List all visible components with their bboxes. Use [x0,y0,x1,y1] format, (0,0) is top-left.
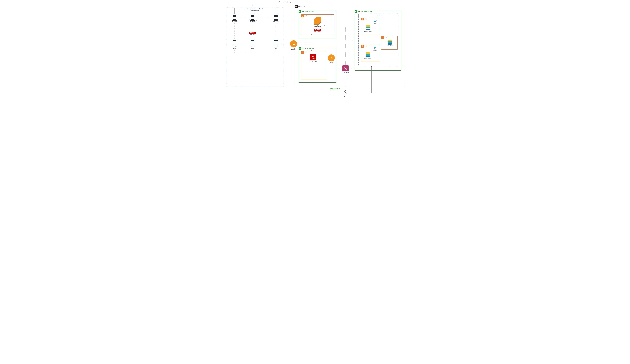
elasticsearch-icon [365,52,370,58]
svg-point-3 [346,68,346,69]
zabbix-logo: ZABBIX [250,32,256,34]
zabbix-logo: ZABBIX [314,29,321,31]
server-icon [274,14,278,21]
vpc-icon [355,10,358,13]
ec2-icon [301,51,304,54]
onprem-title: On-premises Private Cloud with services [227,8,283,11]
ec2-stack-icon [314,17,321,24]
ec2-icon [361,18,364,20]
svg-rect-1 [302,15,303,16]
ec2-icon [361,45,364,48]
svg-rect-2 [302,52,303,53]
hypervisor-4: Hypervisor Server [230,39,240,49]
lambda-node: λ Lambda [327,54,336,63]
server-icon [232,14,237,21]
hypervisor-6: Hypervisor Server [271,39,281,49]
svg-rect-6 [362,46,363,46]
kibana-node: Kibana [372,46,379,51]
elasticsearch-icon [387,39,392,45]
zabbix-server-node: 〰ZABBIX Zabbix Server [308,54,319,62]
es-node-3: Elastic Search [363,52,373,59]
server-icon [250,39,255,46]
fluentd-icon [374,20,377,22]
onprem-zabbix-agent: ZABBIX Zabbix Agent [248,32,258,35]
ec2-icon [301,14,304,17]
user-node: User [343,90,348,97]
vpc-icon [298,10,302,13]
user-icon [343,90,348,96]
svg-rect-0 [293,44,294,45]
fluentd-node: fluentd [372,20,379,24]
svg-rect-5 [382,37,383,38]
hypervisor-5: Hypervisor Server [248,39,258,49]
es-node-1: Elastic Search [363,25,373,32]
cloudwatch-icon [342,65,348,71]
aws-badge-icon: aws [295,5,298,8]
svg-rect-4 [362,18,363,20]
kibana-icon [374,46,376,50]
server-icon [250,14,255,21]
hypervisor-1: Hypervisor Server [230,14,240,24]
label-check-endpoints: Check Services' Endpoints [278,1,294,2]
server-icon [274,39,278,46]
ec2-icon [381,36,384,39]
diagram-canvas: Check Services' Endpoints Generic Group … [223,0,407,100]
dr-apps-node: DR Applications and Services ZABBIX Zabb… [309,17,326,32]
es-cluster-title: ES cluster [358,14,399,16]
aws-header: aws AWS Cloud [295,5,306,8]
zabbix-server-icon: 〰ZABBIX [310,54,316,60]
lambda-icon: λ [328,54,335,62]
hypervisor-3: Hypervisor Server [271,14,281,24]
hypervisor-2: Hypervisor Server [248,14,258,24]
elasticsearch-icon [365,25,371,30]
server-icon [232,39,237,46]
cloudwatch-node: CloudWatch [341,65,350,73]
vpc-icon [298,47,302,50]
es-node-2: Elastic Search [384,39,395,46]
pagerduty-logo: pagerduty [330,88,340,90]
